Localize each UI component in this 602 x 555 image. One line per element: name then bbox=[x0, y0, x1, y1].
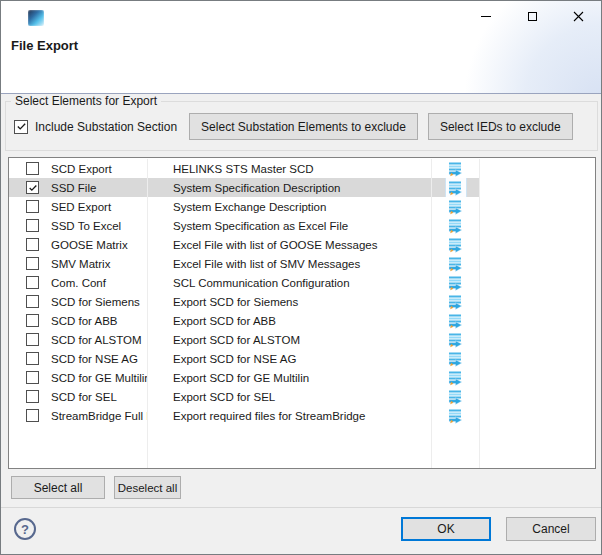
include-substation-checkbox-box[interactable] bbox=[14, 120, 28, 134]
include-substation-checkbox[interactable]: Include Substation Section bbox=[14, 120, 177, 134]
row-checkbox[interactable] bbox=[26, 371, 39, 384]
row-export-button[interactable] bbox=[445, 349, 467, 368]
table-row[interactable]: SCD for NSE AG Export SCD for NSE AG bbox=[9, 349, 595, 368]
minimize-icon bbox=[481, 16, 491, 17]
row-checkbox[interactable] bbox=[26, 200, 39, 213]
select-elements-group: Select Elements for Export Include Subst… bbox=[5, 101, 598, 151]
table-row[interactable]: SCD for SEL Export SCD for SEL bbox=[9, 387, 595, 406]
select-ieds-button[interactable]: Select IEDs to exclude bbox=[428, 113, 573, 140]
file-export-dialog: File Export Select Elements for Export I… bbox=[0, 0, 602, 555]
row-checkbox[interactable] bbox=[26, 219, 39, 232]
row-description: System Specification Description bbox=[173, 182, 340, 194]
deselect-all-button[interactable]: Deselect all bbox=[114, 476, 181, 499]
table-row[interactable]: Com. Conf SCL Communication Configuratio… bbox=[9, 273, 595, 292]
table-row[interactable]: SCD for ALSTOM Export SCD for ALSTOM bbox=[9, 330, 595, 349]
export-document-icon bbox=[448, 237, 464, 253]
row-checkbox[interactable] bbox=[26, 409, 39, 422]
row-description: System Specification as Excel File bbox=[173, 220, 348, 232]
row-name: SMV Matrix bbox=[51, 258, 110, 270]
row-checkbox[interactable] bbox=[26, 181, 39, 194]
row-name: SCD for GE Multilin bbox=[51, 372, 148, 384]
include-substation-label: Include Substation Section bbox=[35, 120, 177, 134]
cancel-button[interactable]: Cancel bbox=[506, 517, 596, 541]
row-checkbox[interactable] bbox=[26, 295, 39, 308]
check-icon bbox=[16, 121, 27, 132]
table-row[interactable]: SSD To Excel System Specification as Exc… bbox=[9, 216, 595, 235]
export-document-icon bbox=[448, 408, 464, 424]
row-name: SSD File bbox=[51, 182, 96, 194]
close-icon bbox=[573, 11, 584, 22]
row-export-button[interactable] bbox=[445, 159, 467, 178]
row-export-button[interactable] bbox=[445, 235, 467, 254]
row-name: SSD To Excel bbox=[51, 220, 121, 232]
export-document-icon bbox=[448, 218, 464, 234]
ok-button[interactable]: OK bbox=[401, 517, 491, 541]
row-export-button[interactable] bbox=[445, 368, 467, 387]
row-export-button[interactable] bbox=[445, 311, 467, 330]
row-name: SCD for NSE AG bbox=[51, 353, 138, 365]
select-substation-elements-button[interactable]: Select Substation Elements to exclude bbox=[189, 113, 418, 140]
row-description: Export SCD for SEL bbox=[173, 391, 275, 403]
row-export-button[interactable] bbox=[445, 197, 467, 216]
row-description: Excel File with list of SMV Messages bbox=[173, 258, 360, 270]
table-row[interactable]: SCD Export HELINKS STS Master SCD bbox=[9, 159, 595, 178]
row-name: SCD for ABB bbox=[51, 315, 117, 327]
export-document-icon bbox=[448, 370, 464, 386]
check-icon bbox=[28, 183, 38, 193]
select-all-button[interactable]: Select all bbox=[11, 476, 105, 499]
table-row[interactable]: SSD File System Specification Descriptio… bbox=[9, 178, 595, 197]
export-document-icon bbox=[448, 275, 464, 291]
table-row[interactable]: SCD for GE Multilin Export SCD for GE Mu… bbox=[9, 368, 595, 387]
row-export-button[interactable] bbox=[445, 387, 467, 406]
row-name: SCD for SEL bbox=[51, 391, 117, 403]
export-document-icon bbox=[448, 389, 464, 405]
table-row[interactable]: SED Export System Exchange Description bbox=[9, 197, 595, 216]
row-checkbox[interactable] bbox=[26, 257, 39, 270]
minimize-button[interactable] bbox=[463, 1, 509, 31]
row-checkbox[interactable] bbox=[26, 390, 39, 403]
row-name: SCD for ALSTOM bbox=[51, 334, 142, 346]
export-document-icon bbox=[448, 161, 464, 177]
table-row[interactable]: SCD for Siemens Export SCD for Siemens bbox=[9, 292, 595, 311]
row-export-button[interactable] bbox=[445, 406, 467, 425]
row-description: Export SCD for GE Multilin bbox=[173, 372, 309, 384]
row-export-button[interactable] bbox=[445, 254, 467, 273]
caption-buttons bbox=[463, 1, 601, 31]
row-checkbox[interactable] bbox=[26, 333, 39, 346]
row-export-button[interactable] bbox=[445, 330, 467, 349]
row-checkbox[interactable] bbox=[26, 162, 39, 175]
row-name: Com. Conf bbox=[51, 277, 106, 289]
export-document-icon bbox=[448, 313, 464, 329]
table-row[interactable]: SCD for ABB Export SCD for ABB bbox=[9, 311, 595, 330]
help-button[interactable]: ? bbox=[14, 518, 36, 540]
row-description: Export SCD for ABB bbox=[173, 315, 276, 327]
table-row[interactable]: StreamBridge Full Ex... Export required … bbox=[9, 406, 595, 425]
close-button[interactable] bbox=[555, 1, 601, 31]
row-description: HELINKS STS Master SCD bbox=[173, 163, 314, 175]
row-name: SCD for Siemens bbox=[51, 296, 140, 308]
row-description: Excel File with list of GOOSE Messages bbox=[173, 239, 378, 251]
maximize-button[interactable] bbox=[509, 1, 555, 31]
maximize-icon bbox=[528, 12, 537, 21]
footer-separator bbox=[1, 507, 601, 508]
dialog-header: File Export bbox=[1, 1, 601, 93]
row-description: System Exchange Description bbox=[173, 201, 326, 213]
table-empty-area bbox=[9, 425, 595, 468]
table-row[interactable]: GOOSE Matrix Excel File with list of GOO… bbox=[9, 235, 595, 254]
row-export-button[interactable] bbox=[445, 292, 467, 311]
row-export-button[interactable] bbox=[445, 216, 467, 235]
row-checkbox[interactable] bbox=[26, 352, 39, 365]
row-export-button[interactable] bbox=[445, 273, 467, 292]
export-table-body: SCD Export HELINKS STS Master SCD bbox=[9, 158, 595, 468]
row-checkbox[interactable] bbox=[26, 314, 39, 327]
row-name: GOOSE Matrix bbox=[51, 239, 128, 251]
row-name: SED Export bbox=[51, 201, 111, 213]
export-document-icon bbox=[448, 294, 464, 310]
row-description: Export required files for StreamBridge bbox=[173, 410, 365, 422]
table-row[interactable]: SMV Matrix Excel File with list of SMV M… bbox=[9, 254, 595, 273]
row-checkbox[interactable] bbox=[26, 238, 39, 251]
row-name: SCD Export bbox=[51, 163, 112, 175]
row-export-button[interactable] bbox=[445, 178, 467, 197]
row-checkbox[interactable] bbox=[26, 276, 39, 289]
group-legend: Select Elements for Export bbox=[11, 94, 161, 108]
